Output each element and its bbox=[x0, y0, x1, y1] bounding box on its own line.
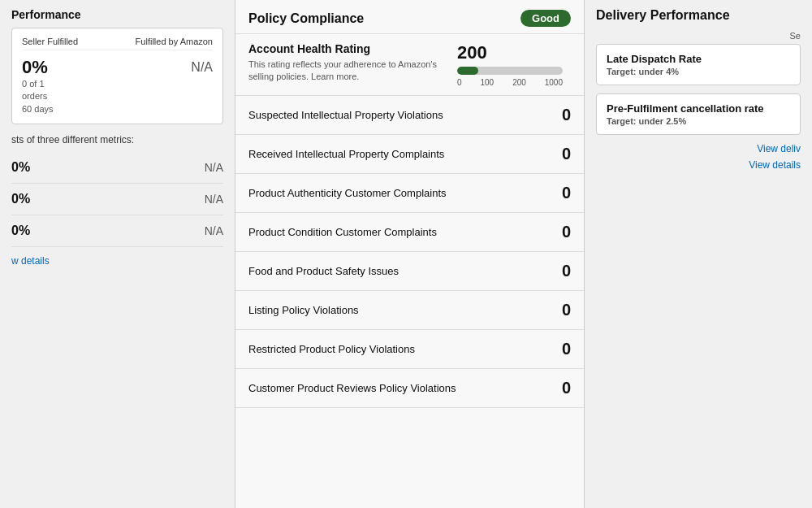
metric-row-1: 0% N/A bbox=[11, 152, 223, 184]
fulfillment-box: Seller Fulfilled Fulfilled by Amazon 0% … bbox=[11, 28, 223, 124]
policy-item-2[interactable]: Product Authenticity Customer Complaints… bbox=[235, 174, 584, 213]
metric-row-2: 0% N/A bbox=[11, 184, 223, 215]
account-health-score-area: 200 0 100 200 1000 bbox=[457, 42, 571, 87]
seller-label: Se bbox=[596, 31, 801, 44]
late-dispatch-rate-title: Late Dispatch Rate bbox=[607, 53, 790, 65]
score-number: 200 bbox=[457, 42, 487, 63]
fulfillment-na: N/A bbox=[191, 60, 213, 75]
good-badge: Good bbox=[520, 10, 571, 27]
delivery-metric-2: Pre-Fulfilment cancellation rate Target:… bbox=[596, 93, 801, 135]
policy-item-name-3: Product Condition Customer Complaints bbox=[248, 226, 546, 238]
policy-item-value-0: 0 bbox=[546, 106, 571, 124]
policy-item-6[interactable]: Restricted Product Policy Violations 0 bbox=[235, 330, 584, 369]
center-panel: Policy Compliance Good Account Health Ra… bbox=[235, 0, 585, 508]
policy-item-name-4: Food and Product Safety Issues bbox=[248, 265, 546, 277]
policy-item-name-1: Received Intellectual Property Complaint… bbox=[248, 148, 546, 160]
score-bar-container bbox=[457, 67, 563, 75]
policy-item-value-1: 0 bbox=[546, 145, 571, 163]
fulfillment-left: 0% 0 of 1 orders 60 days bbox=[22, 57, 54, 115]
metric-2-pct: 0% bbox=[11, 192, 30, 206]
score-labels: 0 100 200 1000 bbox=[457, 78, 563, 87]
policy-header: Policy Compliance Good bbox=[235, 0, 584, 34]
account-health-title: Account Health Rating bbox=[248, 42, 444, 55]
policy-item-value-3: 0 bbox=[546, 223, 571, 241]
seller-fulfilled-label: Seller Fulfilled bbox=[22, 37, 78, 46]
score-bar-fill bbox=[457, 67, 478, 75]
policy-item-5[interactable]: Listing Policy Violations 0 bbox=[235, 291, 584, 330]
policy-item-value-4: 0 bbox=[546, 262, 571, 280]
account-health-row: Account Health Rating This rating reflec… bbox=[248, 42, 571, 87]
policy-item-value-5: 0 bbox=[546, 301, 571, 319]
policy-item-value-2: 0 bbox=[546, 184, 571, 202]
policy-item-3[interactable]: Product Condition Customer Complaints 0 bbox=[235, 213, 584, 252]
policy-item-0[interactable]: Suspected Intellectual Property Violatio… bbox=[235, 96, 584, 135]
account-health-section: Account Health Rating This rating reflec… bbox=[235, 34, 584, 96]
metric-row-3: 0% N/A bbox=[11, 215, 223, 247]
policy-item-value-6: 0 bbox=[546, 340, 571, 358]
metrics-title: sts of three different metrics: bbox=[11, 134, 223, 145]
metric-2-na: N/A bbox=[205, 193, 223, 206]
account-health-left: Account Health Rating This rating reflec… bbox=[248, 42, 444, 84]
fulfillment-header: Seller Fulfilled Fulfilled by Amazon bbox=[22, 37, 213, 50]
account-health-desc: This rating reflects your adherence to A… bbox=[248, 59, 444, 84]
policy-item-name-7: Customer Product Reviews Policy Violatio… bbox=[248, 382, 546, 394]
metric-3-pct: 0% bbox=[11, 224, 30, 238]
view-deliv-link[interactable]: View deliv bbox=[596, 143, 801, 154]
view-details-right-link[interactable]: View details bbox=[596, 159, 801, 171]
policy-item-name-5: Listing Policy Violations bbox=[248, 304, 546, 316]
policy-item-name-2: Product Authenticity Customer Complaints bbox=[248, 187, 546, 199]
policy-item-value-7: 0 bbox=[546, 379, 571, 397]
fulfillment-row: 0% 0 of 1 orders 60 days N/A bbox=[22, 57, 213, 115]
left-panel-title: Performance bbox=[11, 8, 223, 21]
right-panel-title: Delivery Performance bbox=[596, 8, 801, 23]
fulfilled-by-amazon-label: Fulfilled by Amazon bbox=[136, 37, 213, 46]
policy-item-name-6: Restricted Product Policy Violations bbox=[248, 343, 546, 355]
pre-fulfilment-title: Pre-Fulfilment cancellation rate bbox=[607, 102, 790, 115]
policy-item-1[interactable]: Received Intellectual Property Complaint… bbox=[235, 135, 584, 174]
policy-title: Policy Compliance bbox=[248, 11, 364, 26]
pre-fulfilment-target: Target: under 2.5% bbox=[607, 116, 790, 126]
left-panel: Performance Seller Fulfilled Fulfilled b… bbox=[0, 0, 235, 508]
late-dispatch-rate-target: Target: under 4% bbox=[607, 67, 790, 76]
policy-items: Suspected Intellectual Property Violatio… bbox=[235, 96, 584, 408]
delivery-metric-1: Late Dispatch Rate Target: under 4% bbox=[596, 44, 801, 85]
metric-3-na: N/A bbox=[205, 224, 223, 237]
fulfillment-pct: 0% bbox=[22, 57, 54, 78]
metric-1-pct: 0% bbox=[11, 160, 30, 175]
policy-item-name-0: Suspected Intellectual Property Violatio… bbox=[248, 109, 546, 121]
policy-item-7[interactable]: Customer Product Reviews Policy Violatio… bbox=[235, 369, 584, 408]
right-panel: Delivery Performance Se Late Dispatch Ra… bbox=[585, 0, 812, 508]
policy-item-4[interactable]: Food and Product Safety Issues 0 bbox=[235, 252, 584, 291]
fulfillment-sub: 0 of 1 orders 60 days bbox=[22, 78, 54, 115]
view-details-left[interactable]: w details bbox=[11, 255, 223, 267]
metric-1-na: N/A bbox=[205, 161, 223, 174]
